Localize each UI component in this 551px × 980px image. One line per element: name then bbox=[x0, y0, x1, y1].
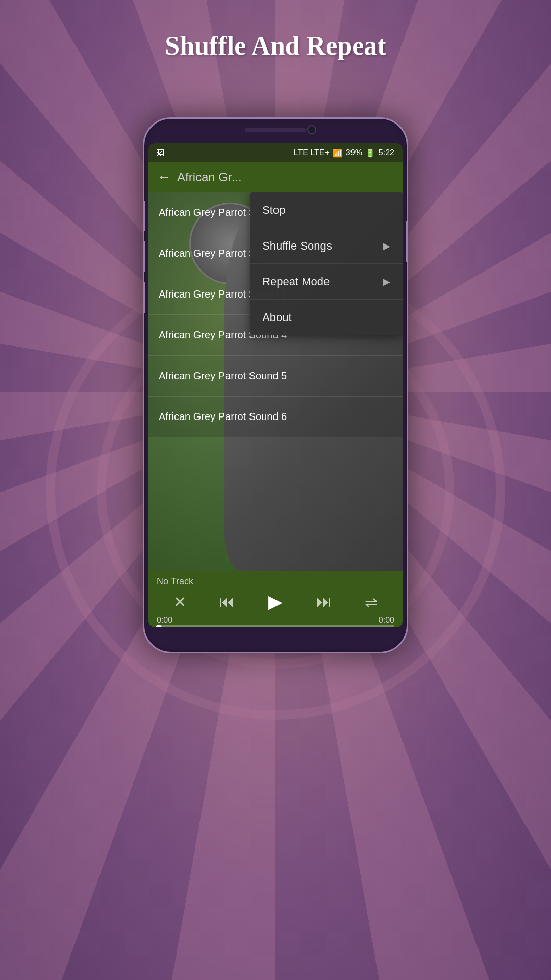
signal-bars: 📶 bbox=[333, 148, 343, 158]
time-row: 0:00 0:00 bbox=[148, 615, 403, 626]
progress-dot[interactable] bbox=[156, 625, 162, 627]
dropdown-menu: Stop Shuffle Songs ▶ Repeat Mode ▶ About bbox=[250, 192, 403, 335]
shuffle-button[interactable]: ✕ bbox=[173, 593, 186, 611]
page-title: Shuffle And Repeat bbox=[0, 31, 551, 61]
battery-icon: 🔋 bbox=[365, 148, 375, 158]
phone-camera bbox=[307, 125, 316, 134]
repeat-button[interactable]: ⇌ bbox=[365, 593, 378, 611]
repeat-label: Repeat Mode bbox=[262, 275, 330, 288]
battery-percent: 39% bbox=[346, 148, 362, 157]
time-end: 0:00 bbox=[379, 616, 394, 625]
list-item[interactable]: African Grey Parrot Sound 5 bbox=[148, 356, 403, 397]
menu-item-stop[interactable]: Stop bbox=[250, 192, 403, 228]
menu-item-shuffle[interactable]: Shuffle Songs ▶ bbox=[250, 228, 403, 264]
content-area: African Grey Parrot S... African Grey Pa… bbox=[148, 192, 403, 571]
status-bar: 🖼 LTE LTE+ 📶 39% 🔋 5:22 bbox=[148, 143, 403, 162]
song-label-1: African Grey Parrot S... bbox=[159, 207, 264, 218]
app-title: African Gr... bbox=[177, 170, 242, 184]
shuffle-label: Shuffle Songs bbox=[262, 239, 332, 253]
progress-bar[interactable] bbox=[157, 625, 394, 627]
time-start: 0:00 bbox=[157, 616, 172, 625]
stop-label: Stop bbox=[262, 204, 285, 217]
back-button[interactable]: ← bbox=[157, 169, 171, 185]
vol-down-btn bbox=[143, 282, 145, 313]
song-label-6: African Grey Parrot Sound 6 bbox=[159, 411, 287, 423]
power-btn bbox=[143, 201, 145, 231]
menu-item-repeat[interactable]: Repeat Mode ▶ bbox=[250, 264, 403, 300]
app-header: ← African Gr... bbox=[148, 162, 403, 192]
notification-icon: 🖼 bbox=[157, 148, 165, 157]
no-track-label: No Track bbox=[148, 571, 403, 589]
player-controls: ✕ ⏮ ▶ ⏭ ⇌ bbox=[148, 589, 403, 615]
song-label-2: African Grey Parrot S... bbox=[159, 248, 264, 259]
vol-up-btn bbox=[143, 241, 145, 272]
phone-speaker bbox=[245, 128, 306, 132]
volume-btn bbox=[406, 221, 408, 262]
about-label: About bbox=[262, 311, 292, 324]
phone-screen: 🖼 LTE LTE+ 📶 39% 🔋 5:22 ← African Gr... bbox=[148, 143, 403, 627]
repeat-arrow-icon: ▶ bbox=[383, 276, 390, 287]
shuffle-arrow-icon: ▶ bbox=[383, 240, 390, 252]
list-item[interactable]: African Grey Parrot Sound 6 bbox=[148, 397, 403, 437]
prev-button[interactable]: ⏮ bbox=[219, 593, 235, 610]
signal-text: LTE LTE+ bbox=[294, 148, 330, 157]
player-bar: No Track ✕ ⏮ ▶ ⏭ ⇌ 0:00 0:00 bbox=[148, 571, 403, 627]
phone-frame: 🖼 LTE LTE+ 📶 39% 🔋 5:22 ← African Gr... bbox=[143, 117, 408, 653]
play-button[interactable]: ▶ bbox=[268, 591, 283, 612]
next-button[interactable]: ⏭ bbox=[316, 593, 332, 610]
song-label-5: African Grey Parrot Sound 5 bbox=[159, 370, 287, 382]
time-display: 5:22 bbox=[379, 148, 394, 157]
menu-item-about[interactable]: About bbox=[250, 300, 403, 335]
